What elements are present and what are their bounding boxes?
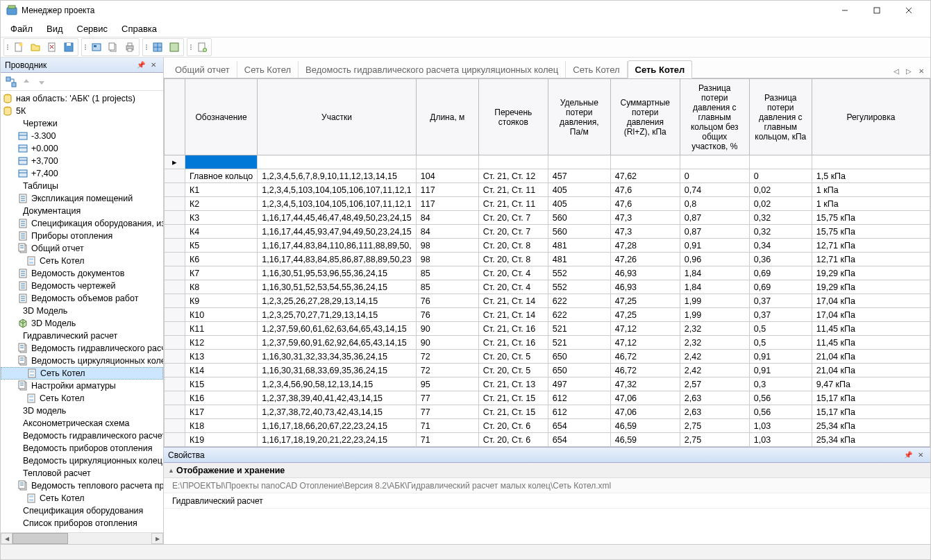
cell[interactable]: 84 (416, 225, 478, 239)
cell[interactable]: 0,96 (680, 253, 749, 266)
cell[interactable]: Ст. 21, Ст. 12 (478, 169, 548, 183)
cell[interactable]: 0,34 (749, 239, 812, 253)
cell[interactable]: 0 (749, 169, 812, 183)
cell[interactable]: 0,36 (749, 253, 812, 266)
cell[interactable]: 95 (416, 377, 478, 391)
cell[interactable]: 654 (548, 433, 610, 447)
table-row[interactable]: К141,16,30,31,68,33,69,35,36,24,1572Ст. … (165, 364, 930, 377)
cell[interactable]: 77 (416, 405, 478, 419)
close-panel-icon[interactable]: ✕ (148, 60, 159, 71)
cell[interactable]: 650 (548, 350, 610, 364)
cell[interactable]: 405 (548, 197, 610, 211)
grid-icon[interactable] (150, 40, 165, 55)
cell[interactable]: 25,34 кПа (812, 419, 930, 433)
tree-node[interactable]: +0.000 (1, 142, 163, 155)
cell[interactable]: 1,2,37,38,39,40,41,42,43,14,15 (258, 391, 416, 405)
cell[interactable]: Ст. 21, Ст. 15 (478, 405, 548, 419)
cell[interactable]: 622 (548, 294, 610, 308)
cell[interactable]: 2,75 (680, 419, 749, 433)
pin-icon[interactable]: 📌 (903, 450, 914, 461)
cell[interactable]: 1,84 (680, 280, 749, 294)
cell[interactable]: Ст. 21, Ст. 14 (478, 294, 548, 308)
cell[interactable]: К3 (185, 211, 258, 225)
tree-node[interactable]: Гидравлический расчет (1, 330, 163, 342)
cell[interactable]: 46,72 (610, 364, 680, 377)
cell[interactable]: 1,2,3,25,70,27,71,29,13,14,15 (258, 308, 416, 322)
cell[interactable]: 0,3 (749, 377, 812, 391)
cell[interactable]: 654 (548, 419, 610, 433)
table-row[interactable]: К21,2,3,4,5,103,104,105,106,107,11,12,11… (165, 197, 930, 211)
cell[interactable]: 47,12 (610, 336, 680, 350)
cell[interactable]: Ст. 20, Ст. 6 (478, 419, 548, 433)
cell[interactable]: 481 (548, 253, 610, 266)
cell[interactable]: Ст. 21, Ст. 15 (478, 391, 548, 405)
cell[interactable]: 0 (680, 169, 749, 183)
tree-node[interactable]: Таблицы (1, 180, 163, 192)
minimize-button[interactable] (829, 1, 861, 20)
open-icon[interactable] (28, 40, 43, 55)
cell[interactable]: 2,32 (680, 322, 749, 336)
table-row[interactable]: К171,2,37,38,72,40,73,42,43,14,1577Ст. 2… (165, 405, 930, 419)
cell[interactable]: 2,63 (680, 391, 749, 405)
cell[interactable]: К4 (185, 225, 258, 239)
cell[interactable]: К11 (185, 322, 258, 336)
cell[interactable]: 15,75 кПа (812, 211, 930, 225)
cell[interactable]: 25,34 кПа (812, 433, 930, 447)
cell[interactable]: 0,37 (749, 294, 812, 308)
cell[interactable]: 47,06 (610, 391, 680, 405)
row-header[interactable] (165, 197, 185, 211)
tab-nav-next-icon[interactable]: ▷ (904, 67, 914, 75)
cell[interactable]: 0,37 (749, 308, 812, 322)
row-header[interactable]: ▸ (165, 155, 185, 169)
cell[interactable]: Ст. 20, Ст. 8 (478, 253, 548, 266)
cell[interactable]: 98 (416, 253, 478, 266)
cell[interactable]: 1,16,30,31,68,33,69,35,36,24,15 (258, 364, 416, 377)
cell[interactable]: 1 кПа (812, 183, 930, 197)
cell[interactable]: 77 (416, 391, 478, 405)
cell[interactable]: 521 (548, 322, 610, 336)
tree-node[interactable]: Ведомость гидравлического расчета (1, 430, 163, 442)
cell[interactable]: 11,45 кПа (812, 322, 930, 336)
cell[interactable]: 1,03 (749, 419, 812, 433)
close-panel-icon[interactable]: ✕ (915, 450, 926, 461)
data-grid[interactable]: ОбозначениеУчасткиДлина, мПеречень стояк… (164, 78, 930, 447)
cell[interactable]: К10 (185, 308, 258, 322)
table-row[interactable]: К181,16,17,18,66,20,67,22,23,24,1571Ст. … (165, 419, 930, 433)
row-header[interactable] (165, 183, 185, 197)
table-row[interactable]: К161,2,37,38,39,40,41,42,43,14,1577Ст. 2… (165, 391, 930, 405)
cell[interactable] (749, 155, 812, 169)
cell[interactable]: 2,42 (680, 364, 749, 377)
scroll-right-icon[interactable]: ▶ (151, 533, 163, 544)
maximize-button[interactable] (861, 1, 893, 20)
cell[interactable]: 72 (416, 364, 478, 377)
table-row[interactable]: ▸ (165, 155, 930, 169)
cell[interactable]: 46,59 (610, 433, 680, 447)
tree-node[interactable]: Документация (1, 205, 163, 217)
tree-node[interactable]: Чертежи (1, 117, 163, 130)
tree-node[interactable]: Ведомость документов (1, 267, 163, 280)
cell[interactable]: 15,75 кПа (812, 225, 930, 239)
table-row[interactable]: К131,16,30,31,32,33,34,35,36,24,1572Ст. … (165, 350, 930, 364)
cell[interactable]: 46,93 (610, 280, 680, 294)
cell[interactable]: 0,91 (680, 239, 749, 253)
row-header[interactable] (165, 322, 185, 336)
cell[interactable] (812, 155, 930, 169)
new-icon[interactable] (11, 40, 26, 55)
row-header[interactable] (165, 419, 185, 433)
tree-filter-icon[interactable] (3, 74, 19, 90)
cell[interactable]: 85 (416, 280, 478, 294)
cell[interactable]: 0,32 (749, 225, 812, 239)
cell[interactable]: 1,16,17,44,45,46,47,48,49,50,23,24,15 (258, 211, 416, 225)
column-header[interactable]: Суммартные потери давления (Rl+Z), кПа (610, 79, 680, 155)
row-header[interactable] (165, 405, 185, 419)
cell[interactable]: 1 кПа (812, 197, 930, 211)
cell[interactable]: 405 (548, 183, 610, 197)
tree-node[interactable]: Ведомость циркуляционных коле (1, 355, 163, 367)
tab[interactable]: Общий отчет (168, 61, 237, 78)
table-row[interactable]: К121,2,37,59,60,91,62,92,64,65,43,14,159… (165, 336, 930, 350)
cell[interactable]: 19,29 кПа (812, 280, 930, 294)
cell[interactable]: 2,63 (680, 405, 749, 419)
copy-icon[interactable] (106, 40, 121, 55)
table-row[interactable]: Главное кольцо1,2,3,4,5,6,7,8,9,10,11,12… (165, 169, 930, 183)
table-row[interactable]: К41,16,17,44,45,93,47,94,49,50,23,24,158… (165, 225, 930, 239)
